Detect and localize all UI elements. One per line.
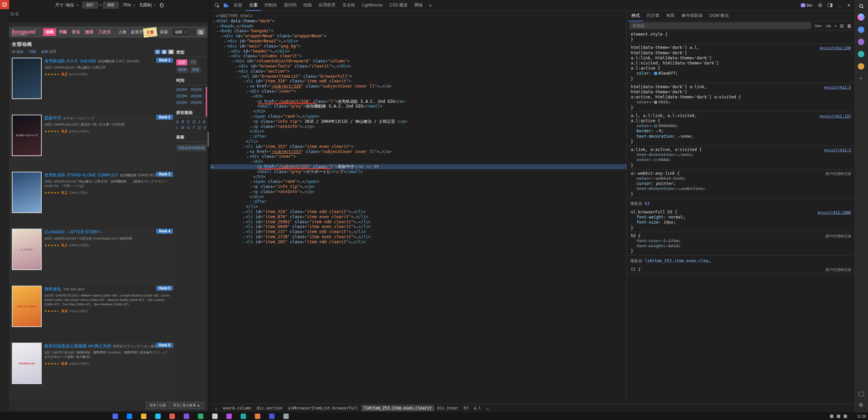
color-swatch-icon[interactable] xyxy=(654,101,657,104)
stylesheet-link[interactable]: g=css?r412:140 xyxy=(820,45,851,51)
styles-tab[interactable]: 样式 xyxy=(628,11,643,21)
taskbar-app-icon[interactable] xyxy=(226,414,232,419)
devtools-tab[interactable]: 源代码 xyxy=(281,0,300,11)
pinyin-letter-link[interactable]: D xyxy=(193,120,196,124)
dom-node-row[interactable]: ▸<li id="item_265" class="item odd clear… xyxy=(210,240,626,245)
css-property[interactable]: color: -webkit-link; xyxy=(631,176,850,181)
taskbar-app-icon[interactable] xyxy=(127,414,132,419)
collapsed-content-icon[interactable]: … xyxy=(302,184,305,189)
copilot-icon[interactable] xyxy=(857,14,865,21)
sidebar-workspace-icon[interactable] xyxy=(859,392,864,396)
css-property[interactable]: color: #2ea6ff; xyxy=(631,71,850,76)
taskbar-app-icon[interactable] xyxy=(241,414,246,419)
dom-node-row[interactable]: ▸<p class="rateInfo">…</p> xyxy=(210,189,626,194)
collapsed-content-icon[interactable]: … xyxy=(302,189,305,194)
dom-node-row[interactable]: <p class="info tip"> 26话 / 2004年1月1日 / 神… xyxy=(210,119,626,124)
devtools-settings-icon[interactable]: ⚙ xyxy=(818,2,822,8)
devtools-tab[interactable]: CSS 概述 xyxy=(386,0,411,11)
shorthand-expand-icon[interactable]: ▸ xyxy=(656,129,658,133)
page-scrollbar-thumb[interactable] xyxy=(206,87,207,117)
anime-title-link[interactable]: 攻壳机动队 STAND ALONE COMPLEX xyxy=(44,173,118,177)
dom-node-row[interactable]: </h3> xyxy=(210,109,626,114)
anime-cover-link[interactable]: EVANGELION xyxy=(12,343,42,384)
sort-link[interactable]: 排名 xyxy=(17,50,24,54)
dom-node-row[interactable]: ▸<head>…</head> xyxy=(210,24,626,29)
dom-node-row[interactable]: ▾<div class="inner"> xyxy=(210,154,626,159)
pinyin-letter-link[interactable]: M xyxy=(181,126,184,130)
inherited-element-link[interactable]: h3 xyxy=(645,201,649,206)
taskbar-app-icon[interactable] xyxy=(283,414,289,419)
dom-node-row[interactable]: ::after xyxy=(210,134,626,139)
stylesheet-link[interactable]: g=css?r412:5 xyxy=(824,85,851,90)
sidebar-app-icon[interactable] xyxy=(858,51,864,57)
taskbar-app-icon[interactable] xyxy=(269,414,275,419)
dom-node-row[interactable]: ▸<li id="item_324" class="item odd clear… xyxy=(210,209,626,214)
anime-title-link[interactable]: 新世纪福音战士剧场版 Air/真心为你 xyxy=(44,344,111,348)
dom-node-row[interactable]: <!DOCTYPE html> xyxy=(210,14,626,19)
browse-all-tags-link[interactable]: 浏览全部动画标签 xyxy=(176,145,207,151)
viewport-height-input[interactable] xyxy=(103,2,119,8)
filter-year-link[interactable]: 2015年 xyxy=(191,100,202,105)
pinyin-letter-link[interactable]: V xyxy=(204,126,206,130)
devtools-tab[interactable]: 控制台 xyxy=(261,0,281,11)
css-rule[interactable]: g=css?r412:137a.l, a.l:link, a.l:visited… xyxy=(627,112,854,146)
dock-side-icon[interactable] xyxy=(828,3,832,7)
dom-node-row[interactable]: <small class="grey">攻殻機動隊 S.A.C. 2nd GIG… xyxy=(210,104,626,109)
css-property[interactable]: font-weight: bold; xyxy=(631,244,850,249)
styles-tab[interactable]: 事件侦听器 xyxy=(678,11,706,21)
viewport-width-input[interactable] xyxy=(82,2,98,8)
collapsed-content-icon[interactable]: … xyxy=(300,179,302,184)
devtools-close-icon[interactable]: × xyxy=(847,2,850,8)
css-selector[interactable]: element.style { xyxy=(631,32,850,37)
filter-year-link[interactable]: 2016年 xyxy=(176,100,188,105)
styles-tab[interactable]: 布局 xyxy=(663,11,678,21)
nav-item[interactable]: 动画 xyxy=(43,28,56,36)
copilot-chat-badge[interactable]: 99+ xyxy=(801,3,813,7)
css-selector[interactable]: html[data-theme='dark'] a.l, xyxy=(631,45,850,50)
stylesheet-link[interactable]: g=css?r412:3 xyxy=(824,148,851,153)
tile-view-button[interactable] xyxy=(168,50,174,54)
rotate-viewport-icon[interactable] xyxy=(159,3,164,7)
devtools-tab[interactable]: 应用程序 xyxy=(315,0,339,11)
sticky-note[interactable]: 天窗 xyxy=(143,27,158,38)
remote-app-icon[interactable] xyxy=(0,0,9,9)
css-selector[interactable]: html[data-theme='dark'] xyxy=(631,90,850,95)
element-classes-button[interactable]: .cls xyxy=(825,24,831,28)
css-property[interactable]: cursor: pointer; xyxy=(631,181,850,186)
dom-node-row[interactable]: ▾<div class="inner"> xyxy=(210,89,626,94)
css-property[interactable]: text-decoration: ▸none; xyxy=(631,152,850,157)
styles-tab[interactable]: 已计算 xyxy=(643,11,663,21)
pinyin-letter-link[interactable]: C xyxy=(187,120,190,124)
node-options-icon[interactable]: … xyxy=(211,164,214,169)
dom-node-row[interactable]: ▾<body class="bangumi"> xyxy=(210,28,626,34)
stylesheet-link[interactable]: g=css?r412:137 xyxy=(820,114,851,119)
dom-node-row[interactable]: </li> xyxy=(210,204,626,209)
nav-item[interactable]: 音乐 xyxy=(69,28,82,36)
pinyin-letter-link[interactable]: A xyxy=(176,120,179,124)
pinyin-letter-link[interactable]: U xyxy=(198,126,201,130)
styles-tab[interactable]: DOM 断点 xyxy=(706,11,732,21)
anime-cover-link[interactable]: カウボーイビバップ xyxy=(12,115,42,156)
search-button[interactable] xyxy=(197,29,204,35)
collapsed-content-icon[interactable]: … xyxy=(300,114,302,119)
dom-node-row[interactable]: ▸<li id="item_876" class="item even clea… xyxy=(210,214,626,219)
css-rule[interactable]: g=css?r412:3a:link, a:active, a:visited … xyxy=(627,146,854,170)
dom-node-row[interactable]: ▸<p class="rateInfo">…</p> xyxy=(210,124,626,129)
css-rule[interactable]: g=css?r412:1986ul.browserFull h3 {font-w… xyxy=(627,208,854,232)
anime-title-link[interactable]: 攻壳机动队 S.A.C. 2nd GIG xyxy=(44,59,96,63)
breadcrumb-item[interactable]: div.section xyxy=(254,405,285,411)
color-swatch-icon[interactable] xyxy=(654,125,657,128)
dom-node-row[interactable]: ▸<div id="browserTools" class="clearit">… xyxy=(210,64,626,69)
device-toolbar-toggle-icon[interactable] xyxy=(222,1,230,10)
filter-year-link[interactable]: 2019年 xyxy=(191,94,202,99)
css-selector[interactable]: a.l:visited, html[data-theme='dark'] xyxy=(631,61,850,66)
inherited-element-link[interactable]: li#item_253.item.even.clea… xyxy=(645,259,711,263)
nav-item[interactable]: 人物 xyxy=(116,28,128,36)
stylesheet-link[interactable]: g=css?r412:1986 xyxy=(817,210,851,215)
tray-icon[interactable] xyxy=(844,415,847,418)
css-selector[interactable]: a:-webkit-any-link { xyxy=(631,171,850,176)
anime-title-link[interactable]: 猫和老鼠 xyxy=(44,287,61,291)
pinyin-letter-link[interactable]: T xyxy=(193,126,195,130)
devtools-tab[interactable]: 安全性 xyxy=(339,0,359,11)
sidebar-app-icon[interactable] xyxy=(858,39,864,45)
